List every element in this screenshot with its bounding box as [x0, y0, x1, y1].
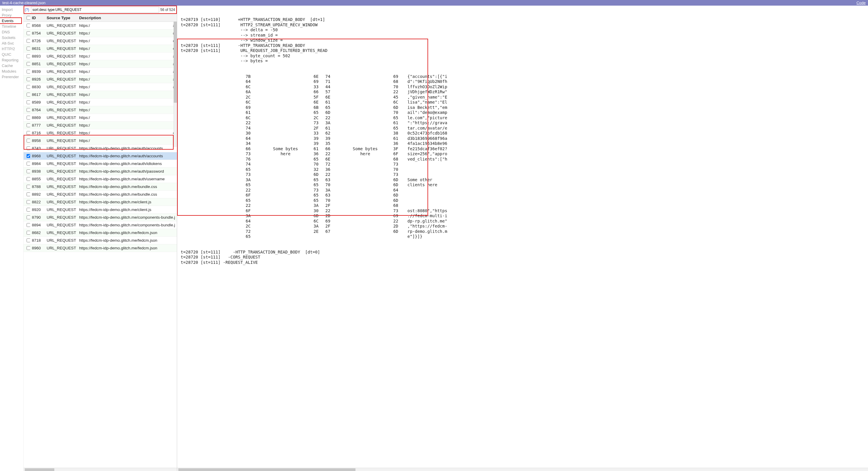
- row-checkbox[interactable]: [27, 185, 30, 189]
- row-checkbox[interactable]: [27, 154, 30, 158]
- filter-input[interactable]: [31, 7, 159, 13]
- col-checkbox[interactable]: [24, 14, 30, 22]
- row-checkbox[interactable]: [27, 169, 30, 173]
- filter-help-link[interactable]: (?): [24, 8, 30, 12]
- table-row[interactable]: 8960URL_REQUESThttps://fedcm-idp-demo.gl…: [24, 244, 177, 252]
- row-checkbox[interactable]: [27, 177, 30, 181]
- sidebar-item-http/2[interactable]: HTTP/2: [2, 46, 22, 52]
- row-source-type: URL_REQUEST: [45, 45, 78, 53]
- row-checkbox[interactable]: [27, 200, 30, 204]
- row-checkbox[interactable]: [27, 231, 30, 234]
- table-row[interactable]: 8926URL_REQUESThttps:/a: [24, 75, 177, 83]
- table-row[interactable]: 8568URL_REQUESThttps:/a: [24, 22, 177, 30]
- row-checkbox[interactable]: [27, 208, 30, 212]
- table-row[interactable]: 8631URL_REQUESThttps:/e: [24, 45, 177, 53]
- sidebar-item-cache[interactable]: Cache: [2, 63, 22, 68]
- row-checkbox[interactable]: [27, 123, 30, 127]
- row-checkbox[interactable]: [27, 246, 30, 250]
- row-checkbox[interactable]: [27, 192, 30, 196]
- table-row[interactable]: 8984URL_REQUESThttps://fedcm-idp-demo.gl…: [24, 160, 177, 168]
- hex-row: 74707273: [246, 162, 865, 167]
- vertical-scrollbar-thumb[interactable]: [174, 20, 177, 103]
- table-row[interactable]: 8851URL_REQUESThttps:/a: [24, 60, 177, 68]
- row-checkbox[interactable]: [27, 77, 30, 81]
- detail-hscroll-thumb[interactable]: [178, 468, 355, 471]
- table-row[interactable]: 8718URL_REQUESThttps://fedcm-idp-demo.gl…: [24, 237, 177, 244]
- sidebar-item-events[interactable]: Events: [2, 18, 22, 24]
- row-checkbox[interactable]: [27, 100, 30, 104]
- table-row[interactable]: 8894URL_REQUESThttps://fedcm-idp-demo.gl…: [24, 221, 177, 229]
- sidebar-item-proxy[interactable]: Proxy: [2, 12, 22, 18]
- table-row[interactable]: 8726URL_REQUESThttps:/e: [24, 37, 177, 45]
- row-checkbox[interactable]: [27, 54, 30, 58]
- row-description: https://fedcm-idp-demo.glitch.me/fedcm.j…: [78, 237, 177, 244]
- row-checkbox[interactable]: [27, 70, 30, 73]
- row-checkbox[interactable]: [27, 39, 30, 43]
- table-row[interactable]: 8938URL_REQUESThttps://fedcm-idp-demo.gl…: [24, 168, 177, 175]
- hex-row: 303362380c52c473bfcdb168: [246, 131, 865, 136]
- row-checkbox[interactable]: [27, 162, 30, 165]
- row-checkbox[interactable]: [27, 131, 30, 135]
- table-row[interactable]: 8822URL_REQUESThttps://fedcm-idp-demo.gl…: [24, 198, 177, 206]
- sidebar-item-timeline[interactable]: Timeline: [2, 24, 22, 29]
- sidebar-item-import[interactable]: Import: [2, 7, 22, 12]
- hex-row: 2C3A2F2D,"https://fedcm-: [246, 224, 865, 229]
- detail-hscroll[interactable]: [177, 468, 868, 471]
- row-checkbox[interactable]: [27, 239, 30, 242]
- sidebar-item-alt-svc[interactable]: Alt-Svc: [2, 40, 22, 46]
- table-row[interactable]: 8589URL_REQUESThttps:/r: [24, 99, 177, 106]
- row-description: https:/: [78, 106, 177, 114]
- row-source-type: URL_REQUEST: [45, 30, 78, 37]
- sidebar-item-reporting[interactable]: Reporting: [2, 57, 22, 63]
- table-row[interactable]: 8892URL_REQUESThttps://fedcm-idp-demo.gl…: [24, 191, 177, 198]
- table-row[interactable]: 8830URL_REQUESThttps:/a: [24, 83, 177, 91]
- table-row[interactable]: 8968URL_REQUESThttps://fedcm-idp-demo.gl…: [24, 152, 177, 160]
- table-row[interactable]: 8893URL_REQUESThttps:/a: [24, 53, 177, 60]
- row-checkbox[interactable]: [27, 24, 30, 27]
- events-hscroll[interactable]: [24, 468, 177, 471]
- row-checkbox[interactable]: [27, 139, 30, 143]
- col-id[interactable]: ID: [30, 14, 45, 22]
- table-row[interactable]: 8764URL_REQUESThttps:/: [24, 106, 177, 114]
- table-row[interactable]: 8869URL_REQUESThttps:/: [24, 114, 177, 122]
- events-table-wrap[interactable]: ID Source Type Description 8568URL_REQUE…: [24, 14, 177, 468]
- table-row[interactable]: 8716URL_REQUESThttps:/e: [24, 129, 177, 137]
- table-row[interactable]: 8777URL_REQUESThttps:/: [24, 122, 177, 129]
- sidebar-item-prerender[interactable]: Prerender: [2, 74, 22, 80]
- row-checkbox[interactable]: [27, 85, 30, 89]
- row-checkbox[interactable]: [27, 116, 30, 120]
- row-description: https://fedcm-idp-demo.glitch.me/auth/id…: [78, 160, 177, 168]
- row-checkbox[interactable]: [27, 108, 30, 112]
- code-link[interactable]: Code: [857, 1, 866, 5]
- col-source-type[interactable]: Source Type: [45, 14, 78, 22]
- table-row[interactable]: 8682URL_REQUESThttps://fedcm-idp-demo.gl…: [24, 229, 177, 237]
- table-row[interactable]: 8920URL_REQUESThttps://fedcm-idp-demo.gl…: [24, 206, 177, 214]
- row-checkbox[interactable]: [27, 31, 30, 35]
- row-checkbox[interactable]: [27, 223, 30, 227]
- sidebar-item-quic[interactable]: QUIC: [2, 52, 22, 57]
- row-checkbox[interactable]: [27, 215, 30, 219]
- col-description[interactable]: Description: [78, 14, 177, 22]
- table-row[interactable]: 8939URL_REQUESThttps:/a: [24, 68, 177, 75]
- table-row[interactable]: 8855URL_REQUESThttps://fedcm-idp-demo.gl…: [24, 175, 177, 183]
- row-id: 8938: [30, 168, 45, 175]
- sidebar-item-sockets[interactable]: Sockets: [2, 35, 22, 40]
- row-checkbox[interactable]: [27, 146, 30, 150]
- sidebar-item-dns[interactable]: DNS: [2, 29, 22, 35]
- row-checkbox[interactable]: [27, 93, 30, 96]
- row-checkbox[interactable]: [27, 46, 30, 51]
- sidebar-item-modules[interactable]: Modules: [2, 68, 22, 74]
- table-row[interactable]: 8788URL_REQUESThttps://fedcm-idp-demo.gl…: [24, 183, 177, 191]
- detail-pane[interactable]: t=28719 [st=110] +HTTP_TRANSACTION_READ_…: [177, 6, 868, 471]
- row-checkbox[interactable]: [27, 62, 30, 66]
- table-row[interactable]: 8958URL_REQUESThttps:/: [24, 137, 177, 145]
- hex-row: 6565706D: [246, 198, 865, 203]
- row-source-type: URL_REQUEST: [45, 99, 78, 106]
- table-row[interactable]: 8743URL_REQUESThttps://fedcm-idp-demo.gl…: [24, 145, 177, 152]
- table-row[interactable]: 8754URL_REQUESThttps:/d: [24, 30, 177, 37]
- row-source-type: URL_REQUEST: [45, 91, 78, 99]
- events-hscroll-thumb[interactable]: [25, 468, 54, 471]
- table-row[interactable]: 8790URL_REQUESThttps://fedcm-idp-demo.gl…: [24, 214, 177, 221]
- table-row[interactable]: 8617URL_REQUESThttps:/: [24, 91, 177, 99]
- row-source-type: URL_REQUEST: [45, 114, 78, 122]
